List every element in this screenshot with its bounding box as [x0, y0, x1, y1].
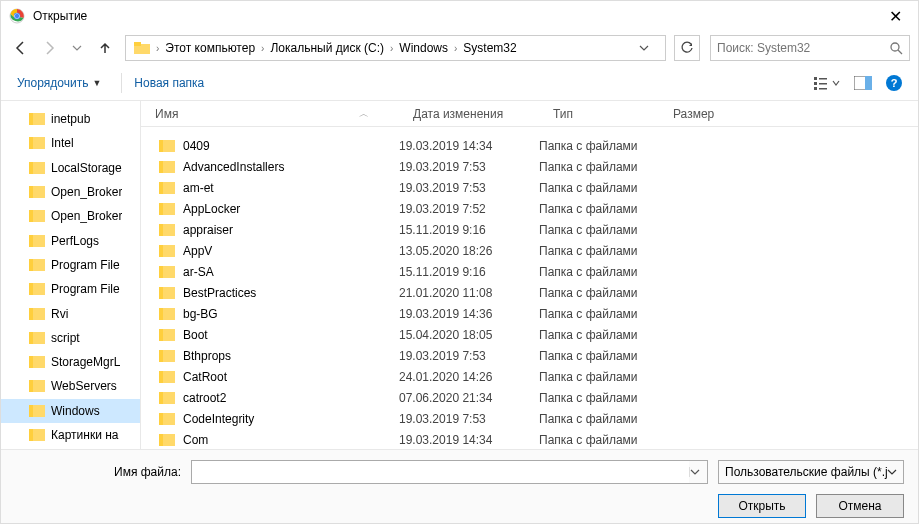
chevron-down-icon: [887, 467, 897, 477]
breadcrumb-item[interactable]: System32: [459, 41, 520, 55]
breadcrumb-item[interactable]: Windows: [395, 41, 452, 55]
folder-icon: [29, 235, 45, 247]
folder-icon: [29, 113, 45, 125]
folder-icon: [159, 245, 175, 257]
window-title: Открытие: [33, 9, 881, 23]
address-dropdown[interactable]: [639, 43, 661, 53]
search-input[interactable]: [717, 41, 889, 55]
column-header-date[interactable]: Дата изменения: [399, 107, 539, 121]
filename-input[interactable]: [192, 461, 689, 483]
file-row[interactable]: 040919.03.2019 14:34Папка с файлами: [141, 135, 918, 156]
folder-icon: [159, 350, 175, 362]
svg-point-4: [15, 14, 19, 18]
svg-rect-6: [134, 42, 141, 46]
column-header-name[interactable]: Имя ︿: [141, 107, 399, 121]
tree-item[interactable]: LocalStorage: [1, 156, 140, 180]
tree-item[interactable]: Open_Broker: [1, 204, 140, 228]
tree-item[interactable]: Пользовател: [1, 447, 140, 449]
tree-item[interactable]: Program File: [1, 253, 140, 277]
filter-select[interactable]: Пользовательские файлы (*.js: [718, 460, 904, 484]
tree-item[interactable]: WebServers: [1, 374, 140, 398]
column-headers: Имя ︿ Дата изменения Тип Размер: [141, 101, 918, 127]
address-bar[interactable]: › Этот компьютер › Локальный диск (C:) ›…: [125, 35, 666, 61]
cancel-button[interactable]: Отмена: [816, 494, 904, 518]
file-type: Папка с файлами: [539, 244, 689, 258]
tree-item-label: Rvi: [51, 307, 68, 321]
file-row[interactable]: catroot207.06.2020 21:34Папка с файлами: [141, 387, 918, 408]
folder-icon: [159, 266, 175, 278]
chevron-right-icon[interactable]: ›: [259, 43, 266, 54]
help-button[interactable]: ?: [886, 75, 902, 91]
chevron-right-icon[interactable]: ›: [154, 43, 161, 54]
tree-item[interactable]: inetpub: [1, 107, 140, 131]
folder-icon: [29, 162, 45, 174]
sort-indicator-icon: ︿: [359, 107, 369, 121]
folder-icon: [159, 224, 175, 236]
tree-item[interactable]: script: [1, 326, 140, 350]
file-date: 19.03.2019 7:53: [399, 160, 539, 174]
file-row[interactable]: BestPractices21.01.2020 11:08Папка с фай…: [141, 282, 918, 303]
folder-tree[interactable]: inetpubIntelLocalStorageOpen_BrokerOpen_…: [1, 101, 141, 449]
tree-item[interactable]: Intel: [1, 131, 140, 155]
refresh-button[interactable]: [674, 35, 700, 61]
filename-dropdown[interactable]: [689, 467, 707, 477]
file-row[interactable]: am-et19.03.2019 7:53Папка с файлами: [141, 177, 918, 198]
file-list-pane: Имя ︿ Дата изменения Тип Размер 040919.0…: [141, 101, 918, 449]
folder-icon: [29, 137, 45, 149]
file-type: Папка с файлами: [539, 286, 689, 300]
search-box[interactable]: [710, 35, 910, 61]
chevron-right-icon[interactable]: ›: [388, 43, 395, 54]
column-header-type[interactable]: Тип: [539, 107, 659, 121]
organize-button[interactable]: Упорядочить ▼: [17, 76, 101, 90]
recent-dropdown[interactable]: [65, 36, 89, 60]
file-name: 0409: [183, 139, 210, 153]
file-row[interactable]: Com19.03.2019 14:34Папка с файлами: [141, 429, 918, 449]
file-row[interactable]: AppV13.05.2020 18:26Папка с файлами: [141, 240, 918, 261]
file-name: AppLocker: [183, 202, 240, 216]
svg-rect-12: [819, 78, 827, 80]
folder-icon: [159, 287, 175, 299]
svg-rect-11: [814, 87, 817, 90]
file-row[interactable]: ar-SA15.11.2019 9:16Папка с файлами: [141, 261, 918, 282]
up-button[interactable]: [93, 36, 117, 60]
file-date: 24.01.2020 14:26: [399, 370, 539, 384]
forward-button[interactable]: [37, 36, 61, 60]
tree-item[interactable]: StorageMgrL: [1, 350, 140, 374]
folder-icon: [159, 161, 175, 173]
view-options-button[interactable]: [814, 75, 840, 91]
tree-item[interactable]: Windows: [1, 399, 140, 423]
svg-line-8: [898, 50, 902, 54]
breadcrumb-item[interactable]: Локальный диск (C:): [266, 41, 388, 55]
file-row[interactable]: CodeIntegrity19.03.2019 7:53Папка с файл…: [141, 408, 918, 429]
svg-rect-13: [819, 83, 827, 85]
file-name: Com: [183, 433, 208, 447]
back-button[interactable]: [9, 36, 33, 60]
tree-item[interactable]: Open_Broker: [1, 180, 140, 204]
file-row[interactable]: appraiser15.11.2019 9:16Папка с файлами: [141, 219, 918, 240]
open-button[interactable]: Открыть: [718, 494, 806, 518]
column-header-size[interactable]: Размер: [659, 107, 739, 121]
filename-combobox[interactable]: [191, 460, 708, 484]
close-button[interactable]: ✕: [881, 7, 910, 26]
tree-item[interactable]: Картинки на: [1, 423, 140, 447]
preview-pane-button[interactable]: [854, 76, 872, 90]
title-bar: Открытие ✕: [1, 1, 918, 31]
file-row[interactable]: CatRoot24.01.2020 14:26Папка с файлами: [141, 366, 918, 387]
new-folder-button[interactable]: Новая папка: [134, 76, 204, 90]
file-list[interactable]: 040919.03.2019 14:34Папка с файламиAdvan…: [141, 127, 918, 449]
file-row[interactable]: AppLocker19.03.2019 7:52Папка с файлами: [141, 198, 918, 219]
tree-item[interactable]: Rvi: [1, 301, 140, 325]
folder-icon: [29, 186, 45, 198]
tree-item[interactable]: Program File: [1, 277, 140, 301]
file-row[interactable]: AdvancedInstallers19.03.2019 7:53Папка с…: [141, 156, 918, 177]
chevron-right-icon[interactable]: ›: [452, 43, 459, 54]
file-row[interactable]: Boot15.04.2020 18:05Папка с файлами: [141, 324, 918, 345]
file-type: Папка с файлами: [539, 181, 689, 195]
breadcrumb-item[interactable]: Этот компьютер: [161, 41, 259, 55]
file-date: 19.03.2019 14:34: [399, 139, 539, 153]
folder-icon: [29, 429, 45, 441]
file-type: Папка с файлами: [539, 328, 689, 342]
file-row[interactable]: bg-BG19.03.2019 14:36Папка с файлами: [141, 303, 918, 324]
file-row[interactable]: Bthprops19.03.2019 7:53Папка с файлами: [141, 345, 918, 366]
tree-item[interactable]: PerfLogs: [1, 228, 140, 252]
